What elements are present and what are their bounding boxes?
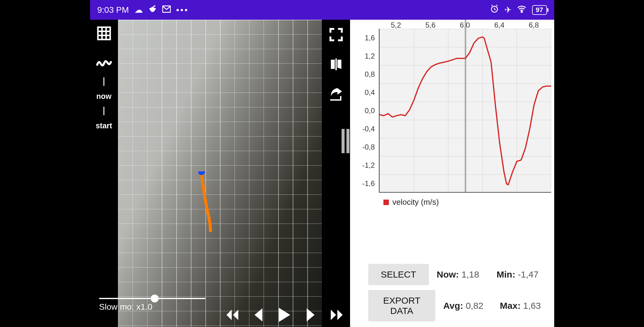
export-data-button[interactable]: EXPORT DATA <box>368 290 436 322</box>
chart-pane: 5,25,66,06,46,8 1,61,20,80,40,0-0,4-0,8-… <box>350 20 554 327</box>
svg-point-0 <box>150 7 155 12</box>
fullscreen-button[interactable] <box>325 24 347 45</box>
seek-fwd-fast-button[interactable] <box>327 305 346 325</box>
seek-back-fast-button[interactable] <box>223 305 242 325</box>
battery-indicator: 97 <box>532 5 547 15</box>
stat-avg: Avg: 0,82 <box>443 301 492 311</box>
status-bar: 9:03 PM ☁ ••• ✈ 97 <box>90 0 554 20</box>
y-axis-ticks: 1,61,20,80,40,0-0,4-0,8-1,2-1,6 <box>350 29 377 193</box>
wifi-icon <box>517 5 527 15</box>
legend-swatch <box>383 200 389 205</box>
svg-point-7 <box>198 171 205 175</box>
video-analyzer-pane: now start <box>90 20 350 327</box>
airplane-icon: ✈ <box>504 5 511 15</box>
select-button[interactable]: SELECT <box>368 264 429 285</box>
chart-legend: velocity (m/s) <box>383 197 439 207</box>
seek-back-button[interactable] <box>249 305 268 325</box>
play-button[interactable] <box>275 305 294 325</box>
draw-toggle-button[interactable] <box>93 50 115 71</box>
share-button[interactable] <box>325 83 347 105</box>
svg-point-2 <box>154 8 156 9</box>
compare-button[interactable] <box>325 54 347 75</box>
reddit-icon <box>148 5 157 15</box>
svg-point-6 <box>521 11 522 12</box>
marker-now-button[interactable]: now <box>96 92 112 101</box>
cloud-icon: ☁ <box>134 5 143 15</box>
video-surface[interactable] <box>118 20 322 327</box>
pane-drag-handle[interactable] <box>342 129 350 153</box>
stat-max: Max: 1,63 <box>500 301 549 311</box>
gmail-icon <box>162 5 171 15</box>
marker-start-button[interactable]: start <box>96 121 112 130</box>
marker-tick <box>103 107 104 115</box>
alarm-icon <box>490 4 499 15</box>
marker-tick <box>103 77 104 86</box>
stat-now: Now: 1,18 <box>437 269 489 280</box>
stat-min: Min: -1,47 <box>497 269 549 280</box>
svg-point-1 <box>149 8 151 9</box>
seek-fwd-button[interactable] <box>301 305 320 325</box>
chart-plot-area[interactable] <box>379 29 551 193</box>
slowmo-slider-thumb[interactable] <box>151 295 159 302</box>
more-icon: ••• <box>176 5 189 15</box>
slowmo-slider[interactable] <box>99 298 205 299</box>
clock-text: 9:03 PM <box>97 5 129 15</box>
bar-path-overlay <box>198 171 217 232</box>
chart-line <box>379 29 551 201</box>
grid-toggle-button[interactable] <box>93 23 115 44</box>
